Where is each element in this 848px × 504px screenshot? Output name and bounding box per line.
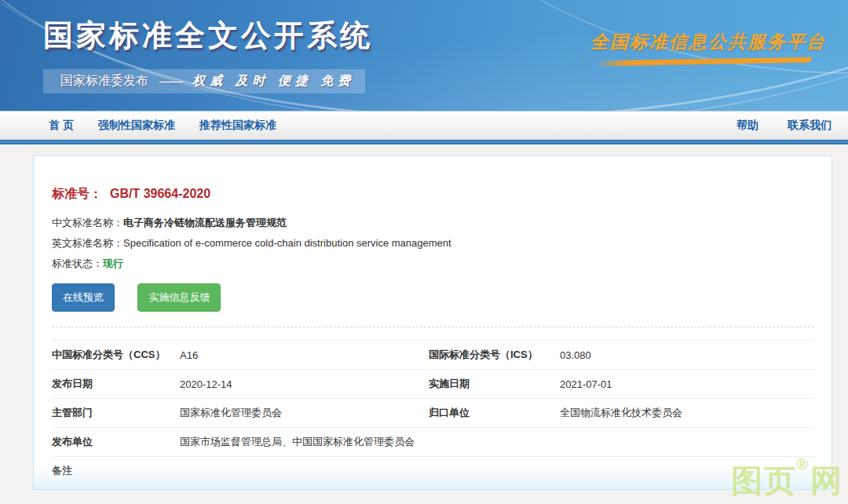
status-label: 标准状态： [52, 257, 103, 269]
ics-value: 03.080 [560, 349, 814, 361]
main-nav: 首 页 强制性国家标准 推荐性国家标准 帮助 联系我们 [0, 111, 848, 140]
standard-number-line: 标准号：GB/T 39664-2020 [52, 186, 814, 203]
table-row: 中国标准分类号（CCS） A16 国际标准分类号（ICS） 03.080 [52, 340, 814, 369]
nav-recommended-standards[interactable]: 推荐性国家标准 [199, 119, 276, 133]
competent-dept-value: 国家标准化管理委员会 [180, 406, 429, 420]
remarks-label: 备注 [52, 464, 180, 478]
en-name-label: 英文标准名称： [52, 237, 123, 249]
nav-help[interactable]: 帮助 [737, 119, 758, 133]
watermark: 图页®网 [731, 459, 843, 502]
centralized-unit-label: 归口单位 [429, 406, 560, 420]
nav-right-group: 帮助 联系我们 [707, 119, 848, 133]
en-name-line: 英文标准名称：Specification of e-commerce cold-… [52, 238, 814, 249]
nav-contact-us[interactable]: 联系我们 [788, 119, 832, 133]
status-badge: 现行 [103, 257, 123, 269]
centralized-unit-value: 全国物流标准化技术委员会 [560, 406, 814, 420]
en-name-value: Specification of e-commerce cold-chain d… [123, 237, 451, 249]
cn-name-label: 中文标准名称： [52, 217, 123, 228]
implement-date-value: 2021-07-01 [560, 378, 814, 390]
platform-brand-text: 全国标准信息公共服务平台 [590, 30, 826, 54]
watermark-right: 网 [810, 463, 843, 498]
competent-dept-label: 主管部门 [52, 406, 180, 420]
standard-number-value: GB/T 39664-2020 [110, 187, 210, 200]
ics-label: 国际标准分类号（ICS） [429, 348, 560, 362]
watermark-left: 图页 [731, 463, 797, 498]
publish-org-label: 发布单位 [52, 435, 180, 449]
table-row: 备注 [52, 456, 814, 485]
site-title: 国家标准全文公开系统 [43, 16, 373, 56]
registered-trademark-icon: ® [796, 455, 810, 473]
online-preview-button[interactable]: 在线预览 [52, 283, 115, 312]
table-row: 主管部门 国家标准化管理委员会 归口单位 全国物流标准化技术委员会 [52, 398, 814, 427]
standard-detail-card: 标准号：GB/T 39664-2020 中文标准名称：电子商务冷链物流配送服务管… [33, 155, 832, 490]
dotted-divider [52, 327, 814, 327]
implement-date-label: 实施日期 [429, 377, 560, 391]
subtitle-publisher: 国家标准委发布 [60, 73, 148, 89]
cn-name-value: 电子商务冷链物流配送服务管理规范 [123, 217, 287, 228]
action-buttons: 在线预览 实施信息反馈 [52, 283, 814, 312]
publish-org-value: 国家市场监督管理总局、中国国家标准化管理委员会 [180, 435, 814, 449]
nav-home[interactable]: 首 页 [49, 119, 74, 133]
nav-mandatory-standards[interactable]: 强制性国家标准 [98, 119, 175, 133]
nav-left-group: 首 页 强制性国家标准 推荐性国家标准 [0, 119, 301, 133]
table-row: 发布单位 国家市场监督管理总局、中国国家标准化管理委员会 [52, 427, 814, 456]
subtitle-slogan: 权威 及时 便捷 免费 [192, 73, 355, 89]
subtitle-dash: —— [159, 75, 181, 89]
platform-brand: 全国标准信息公共服务平台 [590, 30, 826, 64]
banner-subtitle: 国家标准委发布 —— 权威 及时 便捷 免费 [43, 69, 365, 93]
table-row: 发布日期 2020-12-14 实施日期 2021-07-01 [52, 369, 814, 398]
page-body: 标准号：GB/T 39664-2020 中文标准名称：电子商务冷链物流配送服务管… [0, 144, 848, 504]
cn-name-line: 中文标准名称：电子商务冷链物流配送服务管理规范 [52, 217, 814, 228]
site-banner: 国家标准全文公开系统 国家标准委发布 —— 权威 及时 便捷 免费 全国标准信息… [0, 0, 848, 111]
status-line: 标准状态：现行 [52, 258, 814, 269]
standard-attributes-table: 中国标准分类号（CCS） A16 国际标准分类号（ICS） 03.080 发布日… [52, 340, 814, 485]
publish-date-value: 2020-12-14 [180, 378, 429, 390]
ccs-value: A16 [180, 349, 429, 361]
ccs-label: 中国标准分类号（CCS） [52, 348, 180, 362]
implementation-feedback-button[interactable]: 实施信息反馈 [137, 283, 221, 312]
standard-number-label: 标准号： [52, 187, 102, 200]
publish-date-label: 发布日期 [52, 377, 180, 391]
